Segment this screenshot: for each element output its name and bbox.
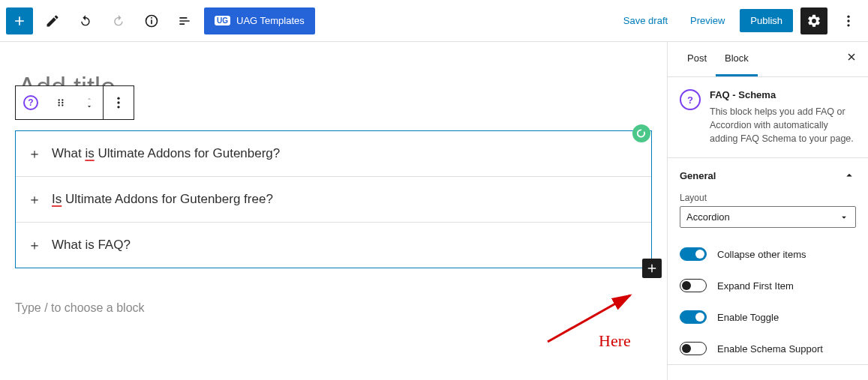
svg-point-7 xyxy=(62,99,63,100)
settings-button[interactable] xyxy=(800,7,827,34)
tab-block[interactable]: Block xyxy=(716,42,758,76)
edit-button[interactable] xyxy=(39,7,66,34)
top-toolbar: UG UAG Templates Save draft Preview Publ… xyxy=(0,0,868,42)
block-title: FAQ - Schema xyxy=(710,89,856,100)
block-toolbar: ? xyxy=(15,85,134,120)
tab-post[interactable]: Post xyxy=(678,42,716,76)
main-layout: Add title ? ＋ What is Ulti xyxy=(0,42,868,380)
outline-button[interactable] xyxy=(171,7,198,34)
svg-rect-2 xyxy=(151,17,152,19)
move-buttons[interactable] xyxy=(76,86,103,119)
toggle-enable-schema-label: Enable Schema Support xyxy=(717,343,823,355)
plus-icon xyxy=(645,262,659,275)
drag-icon xyxy=(56,97,66,108)
close-panel-button[interactable] xyxy=(845,51,857,66)
grammarly-status-icon xyxy=(632,124,650,142)
faq-item[interactable]: ＋ What is FAQ? xyxy=(16,222,651,268)
toolbar-right: Save draft Preview Publish xyxy=(616,7,862,34)
toggle-enable-schema-row: Enable Schema Support xyxy=(668,333,868,364)
uag-templates-button[interactable]: UG UAG Templates xyxy=(204,7,315,34)
svg-rect-1 xyxy=(151,19,152,24)
undo-icon xyxy=(78,13,93,28)
svg-point-9 xyxy=(62,102,63,103)
svg-point-13 xyxy=(117,101,119,103)
plus-icon xyxy=(12,13,27,28)
list-icon xyxy=(177,13,192,28)
pencil-icon xyxy=(45,13,60,28)
toggle-enable-toggle-row: Enable Toggle xyxy=(668,301,868,333)
undo-button[interactable] xyxy=(72,7,99,34)
chevron-up-icon xyxy=(842,169,856,182)
layout-label: Layout xyxy=(680,193,856,203)
toggle-expand-first[interactable] xyxy=(680,279,707,292)
question-icon: ? xyxy=(23,95,38,110)
faq-item[interactable]: ＋ What is Ultimate Addons for Gutenberg? xyxy=(16,131,651,176)
svg-point-3 xyxy=(847,15,849,17)
block-info-panel: ? FAQ - Schema This block helps you add … xyxy=(668,77,868,158)
svg-point-10 xyxy=(59,104,60,106)
info-icon xyxy=(144,13,159,28)
layout-value: Accordion xyxy=(686,211,730,223)
toolbar-left: UG UAG Templates xyxy=(6,7,315,34)
toggle-enable-schema[interactable] xyxy=(680,342,707,355)
faq-question[interactable]: Is Ultimate Addons for Gutenberg free? xyxy=(52,192,273,207)
info-button[interactable] xyxy=(138,7,165,34)
save-draft-button[interactable]: Save draft xyxy=(616,10,675,31)
append-block-input[interactable]: Type / to choose a block xyxy=(15,301,652,315)
svg-point-5 xyxy=(847,24,849,26)
uag-label: UAG Templates xyxy=(236,15,305,26)
add-block-button[interactable] xyxy=(6,7,33,34)
settings-sidebar: Post Block ? FAQ - Schema This block hel… xyxy=(667,42,868,380)
faq-question[interactable]: What is FAQ? xyxy=(52,238,131,253)
block-more-button[interactable] xyxy=(104,86,134,119)
panel-general-header[interactable]: General xyxy=(668,158,868,193)
plus-icon: ＋ xyxy=(28,190,41,208)
svg-point-11 xyxy=(62,104,63,106)
svg-point-14 xyxy=(117,106,119,108)
toggle-collapse[interactable] xyxy=(680,247,707,261)
annotation-label: Here xyxy=(599,331,631,351)
block-type-button[interactable]: ? xyxy=(16,86,46,119)
publish-button[interactable]: Publish xyxy=(740,9,793,32)
svg-point-8 xyxy=(59,102,60,103)
uag-badge-icon: UG xyxy=(215,16,230,25)
add-faq-item-button[interactable] xyxy=(642,259,662,278)
toggle-enable-toggle-label: Enable Toggle xyxy=(717,312,779,323)
svg-point-4 xyxy=(847,19,849,22)
plus-icon: ＋ xyxy=(28,236,41,254)
redo-icon xyxy=(111,13,126,28)
faq-item[interactable]: ＋ Is Ultimate Addons for Gutenberg free? xyxy=(16,176,651,222)
preview-button[interactable]: Preview xyxy=(683,10,732,31)
panel-general: General Layout Accordion Collapse other … xyxy=(668,158,868,365)
close-icon xyxy=(845,51,857,63)
toggle-enable-toggle[interactable] xyxy=(680,310,707,324)
toggle-expand-first-label: Expand First Item xyxy=(717,280,794,292)
layout-select[interactable]: Accordion xyxy=(680,206,856,228)
question-icon: ? xyxy=(680,89,701,110)
svg-point-12 xyxy=(117,97,119,100)
block-description: This block helps you add FAQ or Accordio… xyxy=(710,105,856,145)
chevron-down-icon xyxy=(839,212,849,223)
panel-general-label: General xyxy=(680,170,716,181)
sidebar-tabs: Post Block xyxy=(668,42,868,77)
drag-handle[interactable] xyxy=(46,86,76,119)
redo-button[interactable] xyxy=(105,7,132,34)
svg-point-6 xyxy=(59,99,60,100)
faq-question[interactable]: What is Ultimate Addons for Gutenberg? xyxy=(52,146,280,161)
plus-icon: ＋ xyxy=(28,145,41,163)
dots-vertical-icon xyxy=(841,13,856,28)
dots-vertical-icon xyxy=(111,95,126,110)
chevron-down-icon xyxy=(85,103,94,110)
gear-icon xyxy=(806,13,821,28)
faq-block[interactable]: ＋ What is Ultimate Addons for Gutenberg?… xyxy=(15,130,652,268)
more-options-button[interactable] xyxy=(835,7,862,34)
editor-area: Add title ? ＋ What is Ulti xyxy=(0,42,667,380)
chevron-up-icon xyxy=(85,95,94,103)
toggle-collapse-row: Collapse other items xyxy=(668,238,868,270)
toggle-expand-first-row: Expand First Item xyxy=(668,270,868,301)
toggle-collapse-label: Collapse other items xyxy=(717,249,806,260)
